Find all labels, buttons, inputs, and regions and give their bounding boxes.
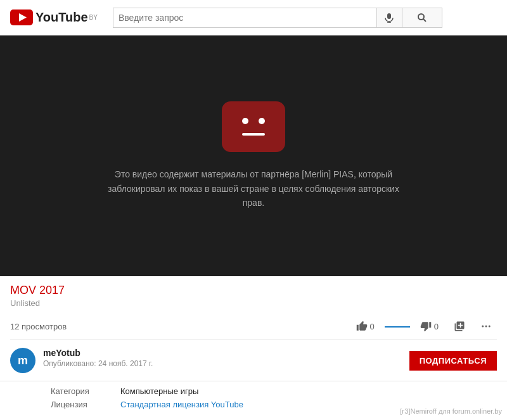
action-buttons: 0 0 (351, 318, 497, 334)
video-info: MOV 2017 Unlisted 12 просмотров 0 (0, 276, 507, 340)
channel-name[interactable]: meYotub (43, 348, 409, 358)
video-meta-row: 12 просмотров 0 0 (10, 313, 497, 340)
channel-section: m meYotub Опубликовано: 24 нояб. 2017 г.… (0, 340, 507, 381)
search-input[interactable] (113, 8, 376, 28)
view-count: 12 просмотров (10, 322, 67, 331)
watermark: [г3]Nemiroff для forum.onliner.by (400, 407, 502, 415)
license-label: Лицензия (51, 400, 120, 409)
voice-search-button[interactable] (376, 8, 402, 28)
header: YouTube BY (0, 0, 507, 35)
more-options-button[interactable] (475, 318, 497, 334)
like-bar (385, 326, 410, 328)
video-title: MOV 2017 (10, 284, 497, 297)
add-to-button[interactable] (449, 318, 470, 334)
dislike-count: 0 (434, 322, 439, 331)
eye-right (259, 118, 265, 124)
search-button[interactable] (402, 8, 442, 28)
blocked-message: Это видео содержит материалы от партнёра… (95, 167, 412, 210)
svg-point-9 (489, 326, 491, 328)
sad-mouth (242, 133, 265, 136)
svg-point-8 (485, 326, 487, 328)
youtube-logo-icon (10, 10, 33, 25)
logo-area[interactable]: YouTube BY (10, 10, 98, 25)
svg-line-6 (423, 19, 426, 22)
main-content: Это видео содержит материалы от партнёра… (0, 35, 507, 420)
channel-info: meYotub Опубликовано: 24 нояб. 2017 г. (43, 348, 409, 368)
like-button[interactable]: 0 (351, 318, 380, 334)
blocked-icon (222, 101, 285, 152)
youtube-wordmark: YouTube (35, 10, 88, 25)
search-area (113, 8, 442, 28)
dislike-button[interactable]: 0 (415, 318, 444, 334)
video-visibility: Unlisted (10, 298, 497, 308)
svg-rect-2 (387, 13, 391, 19)
category-row: Категория Компьютерные игры (51, 386, 497, 396)
category-value: Компьютерные игры (120, 386, 198, 396)
subscribe-button[interactable]: ПОДПИСАТЬСЯ (409, 351, 497, 371)
category-label: Категория (51, 386, 120, 396)
license-value[interactable]: Стандартная лицензия YouTube (120, 400, 243, 409)
avatar-letter: m (18, 354, 28, 367)
channel-published: Опубликовано: 24 нояб. 2017 г. (43, 359, 409, 368)
like-count: 0 (370, 322, 375, 331)
svg-point-7 (482, 326, 484, 328)
channel-avatar[interactable]: m (10, 348, 35, 373)
eye-left (242, 118, 248, 124)
video-player: Это видео содержит материалы от партнёра… (0, 35, 507, 276)
svg-point-5 (418, 14, 424, 20)
country-badge: BY (89, 14, 98, 21)
